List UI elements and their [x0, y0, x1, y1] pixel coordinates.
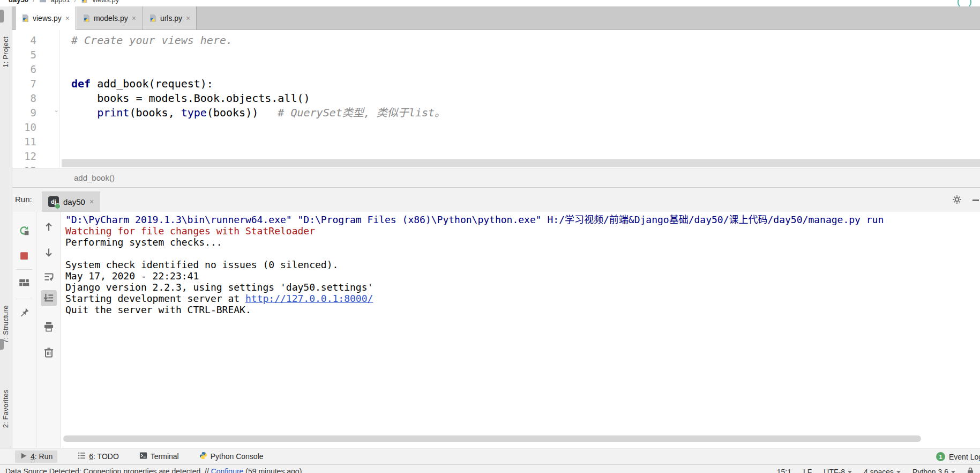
console-link[interactable]: http://127.0.0.1:8000/	[245, 293, 373, 304]
code-line[interactable]: 5	[12, 48, 980, 62]
django-icon: dj	[48, 196, 59, 207]
code-editor[interactable]: 4# Create your views here.567def add_boo…	[12, 29, 980, 168]
sidebar-item-structure[interactable]: 7: Structure	[2, 257, 10, 343]
console-line: May 17, 2020 - 22:23:41	[65, 270, 980, 282]
python-file-icon	[148, 14, 157, 23]
line-number[interactable]: 10	[12, 120, 59, 135]
console-text: May 17, 2020 - 22:23:41	[65, 270, 199, 282]
code-line[interactable]: 11	[12, 135, 980, 149]
line-number[interactable]: 9	[12, 106, 59, 120]
status-text: (59 minutes ago)	[243, 467, 302, 473]
toolwindow-python-console-button[interactable]: Python Console	[199, 452, 264, 461]
code-text	[59, 135, 71, 149]
event-log-label: Event Log	[949, 453, 980, 461]
folder-icon	[39, 0, 47, 3]
stop-icon[interactable]	[19, 250, 29, 261]
status-message[interactable]: Data Source Detected: Connection propert…	[5, 467, 302, 473]
breadcrumb-project[interactable]: day50	[9, 0, 28, 4]
sidebar-item-project[interactable]: 1: Project	[2, 14, 10, 68]
restore-layout-icon[interactable]	[19, 277, 29, 288]
hide-panel-icon[interactable]	[972, 199, 979, 201]
console-line: Starting development server at http://12…	[65, 293, 980, 304]
console-line	[65, 248, 980, 259]
tab-label: urls.py	[160, 14, 182, 23]
code-line[interactable]: 7def add_book(request):	[12, 77, 980, 91]
status-bar: Data Source Detected: Connection propert…	[0, 464, 980, 473]
down-arrow-icon[interactable]	[43, 247, 54, 258]
code-lines: 4# Create your views here.567def add_boo…	[12, 29, 980, 168]
tool-window-stripe-left: 1: Project 7: Structure 2: Favorites	[0, 6, 12, 473]
run-toolbar-console	[36, 212, 61, 448]
gear-icon[interactable]	[952, 195, 962, 206]
code-line[interactable]: 8 books = models.Book.objects.all()	[12, 91, 980, 106]
code-line[interactable]: 6	[12, 62, 980, 77]
console-text: "D:\PyCharm 2019.1.3\bin\runnerw64.exe" …	[65, 214, 884, 225]
sidebar-item-favorites[interactable]: 2: Favorites	[2, 358, 10, 428]
interpreter-select[interactable]: Python 3.6	[912, 468, 955, 473]
configure-link[interactable]: Configure	[211, 467, 244, 473]
tab-label: models.py	[94, 14, 128, 23]
run-panel-header: Run: dj day50 ×	[12, 188, 980, 212]
console-line: Quit the server with CTRL-BREAK.	[65, 304, 980, 315]
code-text	[59, 120, 71, 135]
line-number[interactable]: 7	[12, 77, 59, 91]
editor-tab-bar: views.py × models.py × urls.py ×	[12, 6, 980, 30]
breadcrumb-method[interactable]: add_book()	[74, 173, 115, 182]
tab-views-py[interactable]: views.py ×	[15, 6, 76, 30]
run-console[interactable]: "D:\PyCharm 2019.1.3\bin\runnerw64.exe" …	[61, 212, 980, 448]
rerun-icon[interactable]	[19, 225, 29, 236]
run-configuration-tab[interactable]: dj day50 ×	[42, 191, 100, 212]
tab-urls-py[interactable]: urls.py ×	[143, 6, 197, 29]
line-number[interactable]: 13	[12, 164, 59, 168]
code-line[interactable]: 10	[12, 120, 980, 135]
console-line: Watching for file changes with StatReloa…	[65, 225, 980, 236]
trash-icon[interactable]	[43, 347, 54, 358]
terminal-icon	[139, 452, 147, 461]
line-number[interactable]: 4	[12, 33, 59, 48]
soft-wrap-icon[interactable]	[43, 271, 54, 282]
breadcrumb-package[interactable]: app01	[51, 0, 70, 4]
line-number[interactable]: 8	[12, 91, 59, 106]
line-number[interactable]: 11	[12, 135, 59, 149]
breadcrumb: day50 / app01 / views.py	[0, 0, 980, 6]
python-file-icon	[21, 14, 29, 23]
toolwindow-run-button[interactable]: 4: Run	[15, 450, 57, 463]
console-text: System check identified no issues (0 sil…	[65, 259, 338, 270]
editor-breadcrumb-bar: add_book()	[12, 168, 980, 188]
line-number[interactable]: 12	[12, 149, 59, 164]
event-log-button[interactable]: 1 Event Log	[936, 448, 980, 465]
line-number[interactable]: 6	[12, 62, 59, 77]
close-icon[interactable]: ×	[65, 14, 70, 22]
chevron-down-icon	[848, 471, 852, 473]
tab-models-py[interactable]: models.py ×	[76, 6, 143, 29]
code-line[interactable]: 9 print(books, type(books)) # QuerySet类型…	[12, 106, 980, 120]
code-line[interactable]: 4# Create your views here.	[12, 33, 980, 48]
line-number[interactable]: 5	[12, 48, 59, 62]
caret-position[interactable]: 15:1	[777, 468, 791, 473]
scroll-to-end-icon[interactable]	[43, 293, 54, 304]
breadcrumb-separator: /	[33, 0, 35, 4]
breadcrumb-file[interactable]: views.py	[92, 0, 119, 4]
status-circle-icon[interactable]	[957, 0, 971, 6]
up-arrow-icon[interactable]	[43, 221, 54, 232]
indent-select[interactable]: 4 spaces	[864, 468, 901, 473]
console-text: Starting development server at	[65, 293, 245, 304]
fold-marker-icon[interactable]: ⌄	[54, 107, 60, 113]
toolwindow-terminal-button[interactable]: Terminal	[139, 452, 179, 461]
printer-icon[interactable]	[43, 321, 54, 332]
toolwindow-todo-button[interactable]: 6: TODO	[78, 452, 119, 461]
console-horizontal-scrollbar[interactable]	[63, 435, 921, 442]
lock-icon[interactable]	[967, 467, 974, 473]
encoding-select[interactable]: UTF-8	[824, 468, 852, 473]
close-icon[interactable]: ×	[131, 14, 137, 22]
close-icon[interactable]: ×	[89, 197, 94, 206]
run-tab-label: day50	[63, 197, 85, 206]
code-text: print(books, type(books)) # QuerySet类型, …	[59, 106, 445, 120]
editor-horizontal-scrollbar[interactable]	[62, 159, 980, 167]
pin-icon[interactable]	[19, 307, 29, 318]
close-icon[interactable]: ×	[185, 14, 191, 22]
stripe-marker	[0, 339, 4, 350]
code-text: # Create your views here.	[59, 33, 233, 48]
line-ending[interactable]: LF	[803, 468, 812, 473]
mnemonic: 4	[31, 452, 35, 461]
